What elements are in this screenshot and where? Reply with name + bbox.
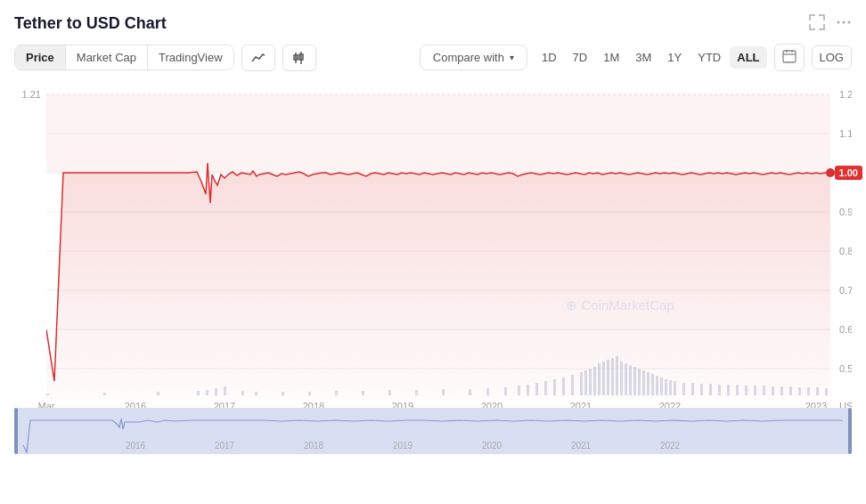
log-button[interactable]: LOG xyxy=(812,45,852,69)
time-group: 1D 7D 1M 3M 1Y YTD ALL xyxy=(535,46,767,69)
svg-rect-39 xyxy=(255,392,257,395)
svg-rect-94 xyxy=(816,387,819,395)
svg-text:2019: 2019 xyxy=(392,401,413,408)
time-btn-1d[interactable]: 1D xyxy=(535,46,564,69)
svg-rect-49 xyxy=(504,387,507,395)
type-tab-group: Price Market Cap TradingView xyxy=(14,45,234,70)
svg-rect-60 xyxy=(593,367,596,395)
svg-rect-62 xyxy=(602,362,605,395)
header-row: Tether to USD Chart xyxy=(14,14,866,33)
svg-rect-68 xyxy=(629,365,632,395)
svg-rect-86 xyxy=(745,386,748,395)
svg-text:2021: 2021 xyxy=(570,401,592,408)
svg-text:0.90: 0.90 xyxy=(839,207,852,217)
time-btn-3m[interactable]: 3M xyxy=(628,46,658,69)
svg-rect-54 xyxy=(553,379,556,395)
time-btn-ytd[interactable]: YTD xyxy=(690,46,728,69)
svg-rect-55 xyxy=(562,378,565,395)
svg-rect-79 xyxy=(682,383,685,395)
svg-rect-43 xyxy=(362,391,364,395)
svg-rect-64 xyxy=(611,358,614,395)
svg-rect-33 xyxy=(157,392,159,395)
svg-text:0.70: 0.70 xyxy=(839,285,852,296)
svg-rect-47 xyxy=(469,389,471,395)
candle-chart-button[interactable] xyxy=(282,45,316,71)
svg-rect-83 xyxy=(718,385,721,395)
svg-rect-34 xyxy=(197,391,200,395)
svg-rect-77 xyxy=(669,380,672,395)
svg-rect-65 xyxy=(616,356,618,395)
svg-rect-48 xyxy=(486,388,489,395)
svg-rect-66 xyxy=(620,362,623,395)
svg-text:2016: 2016 xyxy=(125,401,146,408)
mini-chart-wrapper: 2016 2017 2018 2019 2020 2021 2022 xyxy=(14,408,866,454)
expand-button[interactable] xyxy=(809,14,825,33)
chart-container: Tether to USD Chart Pri xyxy=(0,0,866,504)
svg-text:2019: 2019 xyxy=(393,441,413,451)
svg-text:2018: 2018 xyxy=(304,441,324,451)
svg-text:2023: 2023 xyxy=(805,401,827,408)
svg-text:2022: 2022 xyxy=(660,441,681,451)
svg-text:0.50: 0.50 xyxy=(839,363,852,374)
svg-text:2020: 2020 xyxy=(482,441,502,451)
svg-rect-61 xyxy=(598,363,600,395)
tab-marketcap[interactable]: Market Cap xyxy=(66,45,148,69)
svg-rect-35 xyxy=(206,390,208,395)
line-chart-button[interactable] xyxy=(241,45,275,71)
svg-text:2017: 2017 xyxy=(214,401,235,408)
compare-button[interactable]: Compare with ▾ xyxy=(420,45,527,70)
svg-rect-93 xyxy=(807,387,810,395)
svg-text:2016: 2016 xyxy=(126,441,146,451)
svg-rect-32 xyxy=(103,393,106,395)
time-btn-1y[interactable]: 1Y xyxy=(660,46,689,69)
mini-chart[interactable]: 2016 2017 2018 2019 2020 2021 2022 xyxy=(14,408,852,454)
svg-rect-74 xyxy=(656,376,658,395)
svg-rect-56 xyxy=(571,375,574,395)
svg-rect-90 xyxy=(780,386,783,395)
header-icons xyxy=(809,14,852,33)
svg-rect-109 xyxy=(14,408,18,454)
svg-point-2 xyxy=(848,21,851,24)
svg-rect-53 xyxy=(544,381,547,395)
chart-title: Tether to USD Chart xyxy=(14,14,167,33)
calendar-button[interactable] xyxy=(774,44,805,71)
time-btn-all[interactable]: ALL xyxy=(730,46,766,69)
svg-rect-42 xyxy=(335,391,338,395)
svg-rect-95 xyxy=(825,388,828,395)
time-btn-7d[interactable]: 7D xyxy=(566,46,595,69)
svg-text:1.20: 1.20 xyxy=(839,89,852,100)
time-btn-1m[interactable]: 1M xyxy=(596,46,626,69)
svg-point-1 xyxy=(843,21,846,24)
svg-rect-29 xyxy=(46,94,830,173)
svg-rect-67 xyxy=(625,363,627,395)
svg-text:2022: 2022 xyxy=(659,401,681,408)
current-price-value: 1.00 xyxy=(839,167,858,178)
svg-rect-31 xyxy=(46,394,49,395)
tab-price[interactable]: Price xyxy=(15,45,66,69)
svg-rect-37 xyxy=(224,386,226,395)
more-button[interactable] xyxy=(836,14,852,33)
tab-tradingview[interactable]: TradingView xyxy=(148,45,233,69)
main-chart: 1.21 1.20 1.10 1.00 0.90 0.80 0.70 0.60 … xyxy=(14,78,852,408)
svg-rect-76 xyxy=(665,379,667,395)
svg-rect-52 xyxy=(535,383,538,395)
svg-rect-89 xyxy=(772,386,774,395)
svg-rect-59 xyxy=(589,369,592,395)
svg-rect-44 xyxy=(388,390,391,395)
svg-rect-92 xyxy=(798,387,801,395)
svg-text:2017: 2017 xyxy=(215,441,235,451)
svg-rect-7 xyxy=(783,51,796,62)
svg-rect-51 xyxy=(527,385,529,395)
svg-text:2018: 2018 xyxy=(303,401,324,408)
svg-rect-50 xyxy=(518,386,520,395)
svg-rect-78 xyxy=(674,381,676,395)
svg-text:2020: 2020 xyxy=(481,401,502,408)
svg-rect-80 xyxy=(691,383,694,395)
svg-rect-75 xyxy=(660,378,663,395)
svg-text:Mar: Mar xyxy=(38,401,55,408)
svg-rect-84 xyxy=(727,385,730,395)
svg-rect-36 xyxy=(215,388,217,395)
chevron-down-icon: ▾ xyxy=(510,53,514,62)
toolbar-row: Price Market Cap TradingView Compare wit… xyxy=(14,44,866,71)
current-price-badge: 1.00 xyxy=(835,166,862,180)
